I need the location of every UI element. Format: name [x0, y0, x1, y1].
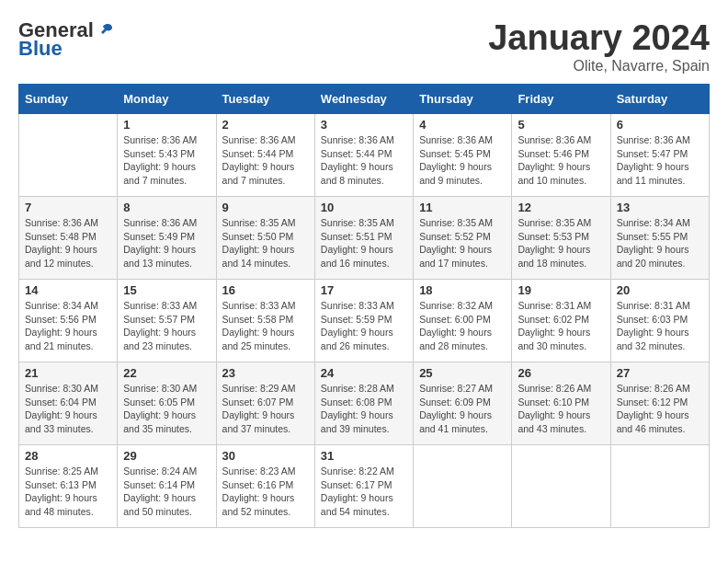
- month-title: January 2024: [488, 18, 710, 58]
- day-info: Sunrise: 8:35 AMSunset: 5:51 PMDaylight:…: [321, 216, 407, 270]
- day-info: Sunrise: 8:31 AMSunset: 6:02 PMDaylight:…: [518, 299, 604, 353]
- col-tuesday: Tuesday: [216, 85, 314, 114]
- day-number: 21: [25, 366, 111, 380]
- calendar-cell: 10Sunrise: 8:35 AMSunset: 5:51 PMDayligh…: [314, 197, 413, 280]
- calendar-cell: 18Sunrise: 8:32 AMSunset: 6:00 PMDayligh…: [414, 280, 512, 362]
- day-number: 4: [419, 118, 506, 132]
- header-row: Sunday Monday Tuesday Wednesday Thursday…: [19, 85, 710, 114]
- day-info: Sunrise: 8:29 AMSunset: 6:07 PMDaylight:…: [222, 382, 309, 436]
- day-number: 28: [25, 449, 111, 463]
- day-info: Sunrise: 8:35 AMSunset: 5:50 PMDaylight:…: [222, 216, 309, 270]
- day-info: Sunrise: 8:23 AMSunset: 6:16 PMDaylight:…: [222, 465, 309, 519]
- calendar-cell: 23Sunrise: 8:29 AMSunset: 6:07 PMDayligh…: [216, 362, 314, 445]
- day-number: 5: [518, 118, 604, 132]
- calendar-cell: 5Sunrise: 8:36 AMSunset: 5:46 PMDaylight…: [512, 114, 610, 197]
- day-info: Sunrise: 8:36 AMSunset: 5:46 PMDaylight:…: [518, 133, 604, 188]
- day-number: 6: [617, 118, 703, 132]
- day-number: 8: [123, 201, 210, 214]
- logo-bird-icon: [96, 21, 114, 40]
- day-info: Sunrise: 8:34 AMSunset: 5:56 PMDaylight:…: [25, 299, 111, 353]
- day-number: 15: [123, 283, 210, 297]
- calendar-cell: 31Sunrise: 8:22 AMSunset: 6:17 PMDayligh…: [314, 445, 413, 528]
- day-info: Sunrise: 8:35 AMSunset: 5:53 PMDaylight:…: [518, 216, 604, 270]
- calendar-cell: 29Sunrise: 8:24 AMSunset: 6:14 PMDayligh…: [118, 445, 216, 528]
- day-number: 20: [617, 283, 703, 297]
- day-number: 24: [321, 366, 407, 380]
- col-sunday: Sunday: [19, 85, 118, 114]
- day-number: 18: [419, 283, 506, 297]
- calendar-table: Sunday Monday Tuesday Wednesday Thursday…: [18, 84, 710, 528]
- day-number: 7: [25, 201, 111, 214]
- col-monday: Monday: [118, 85, 216, 114]
- calendar-cell: 4Sunrise: 8:36 AMSunset: 5:45 PMDaylight…: [414, 114, 512, 197]
- calendar-cell: 12Sunrise: 8:35 AMSunset: 5:53 PMDayligh…: [512, 197, 610, 280]
- day-info: Sunrise: 8:30 AMSunset: 6:05 PMDaylight:…: [123, 382, 210, 436]
- day-number: 30: [222, 449, 309, 463]
- day-number: 17: [321, 283, 407, 297]
- calendar-cell: 30Sunrise: 8:23 AMSunset: 6:16 PMDayligh…: [216, 445, 314, 528]
- calendar-cell: 6Sunrise: 8:36 AMSunset: 5:47 PMDaylight…: [610, 114, 709, 197]
- day-number: 22: [123, 366, 210, 380]
- calendar-cell: 14Sunrise: 8:34 AMSunset: 5:56 PMDayligh…: [19, 280, 118, 362]
- calendar-body: 1Sunrise: 8:36 AMSunset: 5:43 PMDaylight…: [19, 114, 710, 528]
- calendar-cell: 19Sunrise: 8:31 AMSunset: 6:02 PMDayligh…: [512, 280, 610, 362]
- day-info: Sunrise: 8:33 AMSunset: 5:59 PMDaylight:…: [321, 299, 407, 353]
- logo-blue-text: Blue: [18, 37, 63, 61]
- calendar-cell: [512, 445, 610, 528]
- day-number: 26: [518, 366, 604, 380]
- day-info: Sunrise: 8:34 AMSunset: 5:55 PMDaylight:…: [617, 216, 703, 270]
- day-number: 29: [123, 449, 210, 463]
- col-thursday: Thursday: [414, 85, 512, 114]
- col-friday: Friday: [512, 85, 610, 114]
- calendar-cell: 3Sunrise: 8:36 AMSunset: 5:44 PMDaylight…: [314, 114, 413, 197]
- calendar-cell: 9Sunrise: 8:35 AMSunset: 5:50 PMDaylight…: [216, 197, 314, 280]
- day-number: 10: [321, 201, 407, 214]
- col-saturday: Saturday: [610, 85, 709, 114]
- calendar-week-row: 7Sunrise: 8:36 AMSunset: 5:48 PMDaylight…: [19, 197, 710, 280]
- calendar-week-row: 28Sunrise: 8:25 AMSunset: 6:13 PMDayligh…: [19, 445, 710, 528]
- day-number: 9: [222, 201, 309, 214]
- day-number: 23: [222, 366, 309, 380]
- calendar-cell: 11Sunrise: 8:35 AMSunset: 5:52 PMDayligh…: [414, 197, 512, 280]
- header: General Blue January 2024 Olite, Navarre…: [18, 18, 710, 75]
- day-info: Sunrise: 8:26 AMSunset: 6:10 PMDaylight:…: [518, 382, 604, 436]
- day-info: Sunrise: 8:31 AMSunset: 6:03 PMDaylight:…: [617, 299, 703, 353]
- day-info: Sunrise: 8:36 AMSunset: 5:44 PMDaylight:…: [321, 133, 407, 188]
- calendar-cell: 7Sunrise: 8:36 AMSunset: 5:48 PMDaylight…: [19, 197, 118, 280]
- day-info: Sunrise: 8:36 AMSunset: 5:47 PMDaylight:…: [617, 133, 703, 188]
- logo: General Blue: [18, 18, 114, 61]
- day-info: Sunrise: 8:28 AMSunset: 6:08 PMDaylight:…: [321, 382, 407, 436]
- calendar-cell: 1Sunrise: 8:36 AMSunset: 5:43 PMDaylight…: [118, 114, 216, 197]
- day-number: 25: [419, 366, 506, 380]
- calendar-cell: 25Sunrise: 8:27 AMSunset: 6:09 PMDayligh…: [414, 362, 512, 445]
- calendar-cell: 13Sunrise: 8:34 AMSunset: 5:55 PMDayligh…: [610, 197, 709, 280]
- calendar-cell: 28Sunrise: 8:25 AMSunset: 6:13 PMDayligh…: [19, 445, 118, 528]
- calendar-cell: [414, 445, 512, 528]
- calendar-cell: 24Sunrise: 8:28 AMSunset: 6:08 PMDayligh…: [314, 362, 413, 445]
- day-info: Sunrise: 8:32 AMSunset: 6:00 PMDaylight:…: [419, 299, 506, 353]
- calendar-cell: 8Sunrise: 8:36 AMSunset: 5:49 PMDaylight…: [118, 197, 216, 280]
- day-info: Sunrise: 8:33 AMSunset: 5:58 PMDaylight:…: [222, 299, 309, 353]
- day-info: Sunrise: 8:33 AMSunset: 5:57 PMDaylight:…: [123, 299, 210, 353]
- calendar-cell: [19, 114, 118, 197]
- day-info: Sunrise: 8:22 AMSunset: 6:17 PMDaylight:…: [321, 465, 407, 519]
- day-number: 2: [222, 118, 309, 132]
- calendar-week-row: 1Sunrise: 8:36 AMSunset: 5:43 PMDaylight…: [19, 114, 710, 197]
- calendar-cell: 20Sunrise: 8:31 AMSunset: 6:03 PMDayligh…: [610, 280, 709, 362]
- day-info: Sunrise: 8:30 AMSunset: 6:04 PMDaylight:…: [25, 382, 111, 436]
- day-info: Sunrise: 8:36 AMSunset: 5:45 PMDaylight:…: [419, 133, 506, 188]
- calendar-cell: [610, 445, 709, 528]
- day-info: Sunrise: 8:36 AMSunset: 5:49 PMDaylight:…: [123, 216, 210, 270]
- day-number: 19: [518, 283, 604, 297]
- day-number: 13: [617, 201, 703, 214]
- day-number: 3: [321, 118, 407, 132]
- day-number: 12: [518, 201, 604, 214]
- day-info: Sunrise: 8:36 AMSunset: 5:48 PMDaylight:…: [25, 216, 111, 270]
- day-info: Sunrise: 8:26 AMSunset: 6:12 PMDaylight:…: [617, 382, 703, 436]
- day-number: 31: [321, 449, 407, 463]
- calendar-cell: 26Sunrise: 8:26 AMSunset: 6:10 PMDayligh…: [512, 362, 610, 445]
- day-number: 14: [25, 283, 111, 297]
- day-number: 16: [222, 283, 309, 297]
- calendar-cell: 15Sunrise: 8:33 AMSunset: 5:57 PMDayligh…: [118, 280, 216, 362]
- col-wednesday: Wednesday: [314, 85, 413, 114]
